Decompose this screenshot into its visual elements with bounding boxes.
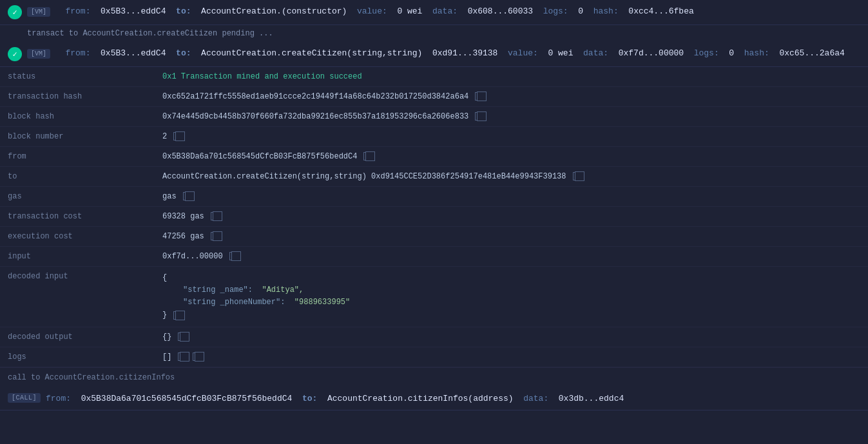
call-tx-text: from: 0x5B38Da6a701c568545dCfcB03FcB875f… [46, 392, 624, 405]
copy-tx-hash-button[interactable] [475, 92, 483, 101]
exec-cost-row: execution cost 47256 gas [0, 227, 868, 247]
to-field-value: AccountCreation.createCitizen(string,str… [155, 167, 868, 187]
tx-hash-field-value: 0xc652a1721ffc5558ed1aeb91ccce2c19449f14… [155, 87, 868, 107]
gas-value: gas [162, 192, 177, 201]
call-from-addr: 0x5B38Da6a701c568545dCfcB03FcB875f56bedd… [81, 394, 293, 403]
decoded-output-field-value: {} [155, 327, 868, 347]
tx-cost-row: transaction cost 69328 gas [0, 207, 868, 227]
decoded-input-close-line: } [162, 309, 860, 322]
decoded-input-name-line: "string _name": "Aditya", [162, 284, 860, 296]
tx1-hash: 0xcc4...6fbea [628, 6, 693, 16]
call-separator: call to AccountCreation.citizenInfos [0, 367, 868, 387]
exec-cost-field-value: 47256 gas [155, 227, 868, 247]
tx1-hash-label: hash: [593, 6, 619, 16]
tx2-value: 0 wei [548, 48, 573, 58]
copy-to-button[interactable] [573, 172, 581, 180]
tx2-to-addr: 0xd91...39138 [432, 48, 497, 58]
tx2-data: 0xf7d...00000 [619, 48, 684, 58]
logs-field-name: logs [0, 347, 155, 367]
vm-label-1: [vm] [27, 7, 50, 17]
tx1-text: [vm] from: 0x5B3...eddC4 to: AccountCrea… [27, 5, 694, 18]
pending-text: transact to AccountCreation.createCitize… [0, 25, 868, 42]
gas-field-value: gas [155, 187, 868, 207]
call-label: [call] [8, 393, 41, 403]
call-to-label: to: [302, 394, 317, 403]
block-number-field-name: block number [0, 127, 155, 147]
copy-block-hash-button[interactable] [475, 112, 483, 121]
tx2-from-label: from: [65, 48, 90, 58]
tx-hash-value: 0xc652a1721ffc5558ed1aeb91ccce2c19449f14… [162, 92, 468, 101]
tx1-value: 0 wei [397, 6, 422, 16]
decoded-input-close: } [162, 309, 167, 322]
decoded-input-phone-line: "string _phoneNumber": "9889633995" [162, 296, 860, 309]
tx1-logs-label: logs: [543, 6, 568, 16]
decoded-input-field-name: decoded input [0, 267, 155, 327]
tx1-from-addr: 0x5B3...eddC4 [101, 6, 166, 16]
call-transaction: [call] from: 0x5B38Da6a701c568545dCfcB03… [0, 387, 868, 411]
tx2-value-label: value: [508, 48, 538, 58]
from-field-value: 0x5B38Da6a701c568545dCfcB03FcB875f56bedd… [155, 147, 868, 167]
copy-gas-button[interactable] [183, 192, 191, 200]
block-hash-field-value: 0x74e445d9cb4458b370f660fa732dba99216ec8… [155, 107, 868, 127]
to-field-name: to [0, 167, 155, 187]
decoded-output-field-name: decoded output [0, 327, 155, 347]
status-icon-2: ✓ [8, 47, 22, 61]
decoded-input-phone-key: "string _phoneNumber": [183, 298, 285, 307]
gas-field-name: gas [0, 187, 155, 207]
transaction-1: ✓ [vm] from: 0x5B3...eddC4 to: AccountCr… [0, 0, 868, 25]
status-row: status 0x1 Transaction mined and executi… [0, 67, 868, 87]
copy-logs-button-1[interactable] [178, 352, 186, 361]
call-to-contract: AccountCreation.citizenInfos(address) [327, 394, 514, 403]
decoded-output-row: decoded output {} [0, 327, 868, 347]
call-data-label: data: [523, 394, 548, 403]
copy-input-button[interactable] [229, 252, 238, 260]
tx-cost-field-name: transaction cost [0, 207, 155, 227]
tx-hash-field-name: transaction hash [0, 87, 155, 107]
tx2-logs: 0 [729, 48, 734, 58]
tx1-to-label: to: [176, 6, 191, 16]
tx1-value-label: value: [357, 6, 387, 16]
tx2-from-addr: 0x5B3...eddC4 [101, 48, 166, 58]
copy-tx-cost-button[interactable] [211, 212, 219, 220]
copy-decoded-input-button[interactable] [173, 311, 182, 320]
status-field-name: status [0, 67, 155, 87]
decoded-input-name-key: "string _name": [183, 285, 253, 294]
exec-cost-field-name: execution cost [0, 227, 155, 247]
decoded-input-block: { "string _name": "Aditya", "string _pho… [162, 272, 860, 322]
tx-cost-value: 69328 gas [162, 212, 204, 221]
vm-label-2: [vm] [27, 49, 50, 59]
decoded-input-row: decoded input { "string _name": "Aditya"… [0, 267, 868, 327]
input-field-value: 0xf7d...00000 [155, 247, 868, 267]
decoded-input-name-val: "Aditya", [262, 285, 304, 294]
to-value: AccountCreation.createCitizen(string,str… [162, 172, 566, 181]
block-hash-value: 0x74e445d9cb4458b370f660fa732dba99216ec8… [162, 112, 468, 121]
from-row: from 0x5B38Da6a701c568545dCfcB03FcB875f5… [0, 147, 868, 167]
status-icon-1: ✓ [8, 5, 22, 19]
tx1-data: 0x608...60033 [468, 6, 533, 16]
transaction-2-header: ✓ [vm] from: 0x5B3...eddC4 to: AccountCr… [0, 42, 868, 67]
block-number-row: block number 2 [0, 127, 868, 147]
tx2-hash: 0xc65...2a6a4 [779, 48, 844, 58]
block-hash-field-name: block hash [0, 107, 155, 127]
tx2-data-label: data: [583, 48, 608, 58]
copy-block-number-button[interactable] [173, 132, 182, 140]
to-row: to AccountCreation.createCitizen(string,… [0, 167, 868, 187]
tx1-logs: 0 [578, 6, 583, 16]
input-row: input 0xf7d...00000 [0, 247, 868, 267]
gas-row: gas gas [0, 187, 868, 207]
tx-hash-row: transaction hash 0xc652a1721ffc5558ed1ae… [0, 87, 868, 107]
copy-decoded-output-button[interactable] [178, 333, 186, 341]
block-number-field-value: 2 [155, 127, 868, 147]
status-field-value: 0x1 Transaction mined and execution succ… [155, 67, 868, 87]
call-data: 0x3db...eddc4 [559, 394, 624, 403]
tx1-data-label: data: [432, 6, 458, 16]
copy-exec-cost-button[interactable] [211, 232, 219, 240]
block-hash-row: block hash 0x74e445d9cb4458b370f660fa732… [0, 107, 868, 127]
tx-cost-field-value: 69328 gas [155, 207, 868, 227]
decoded-input-field-value: { "string _name": "Aditya", "string _pho… [155, 267, 868, 327]
copy-from-button[interactable] [363, 152, 372, 160]
status-value: 0x1 Transaction mined and execution succ… [162, 72, 362, 81]
detail-table: status 0x1 Transaction mined and executi… [0, 67, 868, 367]
from-value: 0x5B38Da6a701c568545dCfcB03FcB875f56bedd… [162, 152, 357, 161]
copy-logs-button-2[interactable] [193, 352, 201, 361]
